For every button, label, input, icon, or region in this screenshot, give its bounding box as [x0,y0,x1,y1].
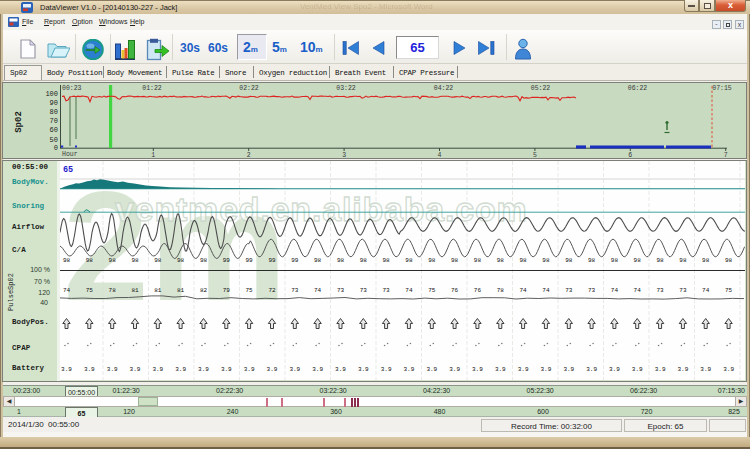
svg-text:99: 99 [223,257,231,264]
svg-text:3.9: 3.9 [267,366,278,373]
svg-text:98: 98 [702,257,710,264]
svg-text:00:23: 00:23 [62,85,82,92]
svg-text:76: 76 [451,287,459,294]
svg-text:74: 74 [405,287,413,294]
svg-text:98: 98 [588,257,596,264]
svg-text:3.9: 3.9 [289,366,300,373]
svg-text:73: 73 [565,287,573,294]
svg-text:99: 99 [268,257,276,264]
svg-text:3.9: 3.9 [563,366,574,373]
svg-text:3.9: 3.9 [655,366,666,373]
svg-text:75: 75 [245,287,253,294]
svg-text:73: 73 [337,287,345,294]
svg-text:100: 100 [45,90,58,98]
svg-text:99: 99 [245,257,253,264]
svg-text:3.9: 3.9 [426,366,437,373]
svg-text:3.9: 3.9 [221,366,232,373]
svg-text:74: 74 [542,287,550,294]
svg-text:75: 75 [86,287,94,294]
svg-text:65: 65 [63,165,73,175]
svg-text:82: 82 [200,287,208,294]
svg-text:74: 74 [519,287,527,294]
svg-text:72: 72 [268,287,276,294]
svg-text:3.9: 3.9 [609,366,620,373]
svg-text:3.9: 3.9 [61,366,72,373]
svg-text:98: 98 [519,257,527,264]
svg-text:98: 98 [360,257,368,264]
svg-text:81: 81 [131,287,139,294]
svg-text:3.9: 3.9 [175,366,186,373]
svg-text:74: 74 [63,287,71,294]
svg-text:81: 81 [177,287,185,294]
svg-text:98: 98 [451,257,459,264]
svg-text:Hour: Hour [62,151,78,158]
svg-text:3.9: 3.9 [449,366,460,373]
svg-text:98: 98 [177,257,185,264]
svg-text:78: 78 [497,287,505,294]
svg-text:99: 99 [291,257,299,264]
svg-text:05:22: 05:22 [531,85,551,92]
svg-text:73: 73 [382,287,390,294]
svg-text:0: 0 [54,144,58,152]
svg-text:98: 98 [611,257,619,264]
svg-text:02:22: 02:22 [239,85,259,92]
svg-text:98: 98 [565,257,573,264]
svg-text:2: 2 [247,152,251,159]
svg-text:3.9: 3.9 [403,366,414,373]
svg-text:75: 75 [725,287,733,294]
svg-text:3: 3 [342,152,346,159]
svg-text:04:22: 04:22 [434,85,454,92]
svg-text:74: 74 [314,287,322,294]
svg-text:98: 98 [109,257,117,264]
svg-text:6: 6 [628,152,632,159]
svg-text:73: 73 [291,287,299,294]
svg-text:98: 98 [405,257,413,264]
svg-text:80: 80 [50,108,58,116]
svg-text:98: 98 [725,257,733,264]
svg-text:1: 1 [151,152,155,159]
svg-text:7: 7 [724,152,728,159]
svg-text:3.9: 3.9 [586,366,597,373]
svg-text:98: 98 [337,257,345,264]
svg-text:98: 98 [679,257,687,264]
svg-text:75: 75 [428,287,436,294]
svg-text:98: 98 [634,257,642,264]
svg-text:73: 73 [656,287,664,294]
svg-text:70: 70 [50,117,58,125]
svg-text:3.9: 3.9 [107,366,118,373]
svg-text:98: 98 [428,257,436,264]
svg-text:98: 98 [314,257,322,264]
svg-text:3.9: 3.9 [518,366,529,373]
svg-text:ventmed.en.alibaba.com: ventmed.en.alibaba.com [115,190,528,228]
svg-text:3.9: 3.9 [495,366,506,373]
svg-text:3.9: 3.9 [632,366,643,373]
svg-text:98: 98 [200,257,208,264]
svg-text:74: 74 [634,287,642,294]
svg-text:50: 50 [50,136,58,144]
svg-text:3.9: 3.9 [723,366,734,373]
svg-text:3.9: 3.9 [677,366,688,373]
svg-text:5: 5 [533,152,537,159]
svg-text:01:22: 01:22 [142,85,162,92]
svg-text:3.9: 3.9 [198,366,209,373]
svg-text:3.9: 3.9 [381,366,392,373]
svg-text:3.9: 3.9 [358,366,369,373]
svg-text:98: 98 [656,257,664,264]
svg-text:74: 74 [702,287,710,294]
svg-text:3.9: 3.9 [130,366,141,373]
svg-text:98: 98 [131,257,139,264]
svg-text:98: 98 [154,257,162,264]
svg-text:98: 98 [382,257,390,264]
svg-text:98: 98 [497,257,505,264]
svg-text:4: 4 [438,152,442,159]
svg-text:3.9: 3.9 [700,366,711,373]
svg-text:3.9: 3.9 [540,366,551,373]
svg-text:73: 73 [360,287,368,294]
svg-text:3.9: 3.9 [472,366,483,373]
svg-text:76: 76 [474,287,482,294]
svg-text:90: 90 [50,99,58,107]
svg-text:3.9: 3.9 [244,366,255,373]
svg-text:60: 60 [50,126,58,134]
svg-text:81: 81 [154,287,162,294]
svg-text:98: 98 [542,257,550,264]
